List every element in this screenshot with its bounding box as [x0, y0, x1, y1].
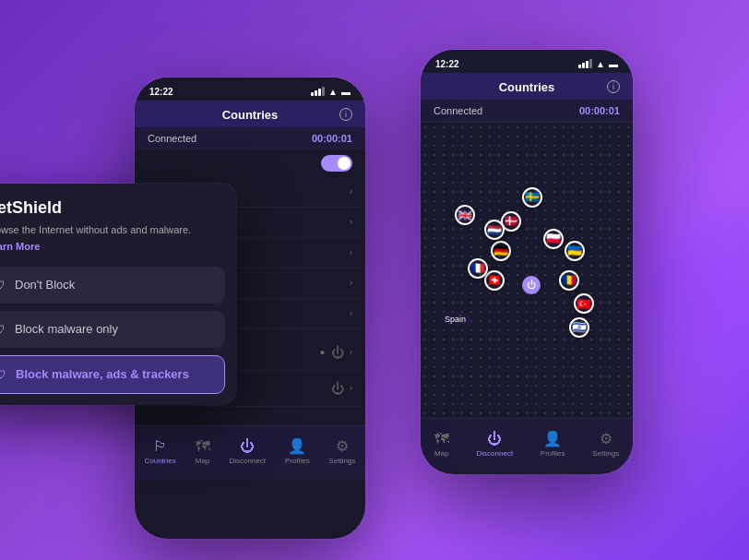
chevron-icon-2: › [350, 217, 352, 227]
shield-icon-dont-block: 🛡 [0, 278, 6, 292]
back-nav-settings[interactable]: ⚙ Settings [592, 430, 619, 458]
flag-pin-ro: 🇷🇴 [559, 270, 579, 291]
map-area: 🇸🇪 🇩🇰 🇩🇪 🇨🇭 🇵🇱 🇺🇦 🇷🇴 🇹🇷 🇮🇱 🇫🇷 🇳🇱 🇬🇧 Spai… [421, 123, 633, 418]
front-phone-nav-title: Countries [222, 108, 279, 122]
netshield-options: 🛡 Don't Block 🛡 Block malware only 🛡 Blo… [0, 259, 236, 405]
flag-pin-nl: 🇳🇱 [484, 220, 505, 240]
option-block-malware[interactable]: 🛡 Block malware only [0, 311, 225, 348]
front-nav-settings-label: Settings [329, 457, 356, 465]
back-nav-map[interactable]: 🗺 Map [434, 431, 449, 458]
battery-icon: ▬ [609, 59, 618, 69]
back-phone-nav-bar: Countries i [421, 73, 633, 100]
chevron-icon-1: › [350, 186, 352, 197]
front-phone-nav-bar: Countries i [135, 101, 365, 127]
front-connected-label: Connected [148, 133, 196, 144]
netshield-panel: NetShield Browse the Internet without ad… [0, 184, 236, 405]
flag-pin-de: 🇩🇪 [491, 241, 511, 261]
front-signal-icon [311, 87, 325, 96]
netshield-title: NetShield [0, 198, 220, 218]
info-icon[interactable]: i [607, 80, 620, 93]
countries-icon: 🏳 [153, 438, 168, 455]
front-phone-bottom-nav: 🏳 Countries 🗺 Map ⏻ Disconnect 👤 Profile… [135, 425, 365, 479]
learn-more-link[interactable]: Learn More [0, 241, 220, 252]
option-block-all[interactable]: 🛡 Block malware, ads & trackers [0, 355, 225, 394]
toggle-container [135, 149, 365, 177]
shield-icon-malware: 🛡 [0, 322, 6, 337]
chevron-icon-5: › [350, 308, 352, 318]
flag-pin-fr: 🇫🇷 [468, 258, 488, 279]
map-dots [421, 123, 633, 418]
front-nav-disconnect[interactable]: ⏻ Disconnect [230, 438, 267, 465]
option-dont-block-label: Don't Block [15, 278, 75, 292]
back-phone-status-bar: 12:22 ▲ ▬ [421, 50, 633, 73]
front-phone-status-bar: 12:22 ▲ ▬ [135, 77, 365, 101]
option-block-malware-label: Block malware only [15, 322, 118, 336]
front-timer: 00:00:01 [312, 133, 352, 144]
front-info-icon[interactable]: i [339, 108, 352, 121]
front-nav-disconnect-label: Disconnect [230, 457, 267, 465]
shield-icon-all: 🛡 [0, 367, 6, 382]
front-profiles-icon: 👤 [288, 437, 306, 455]
back-connected-label: Connected [434, 105, 482, 116]
front-nav-profiles[interactable]: 👤 Profiles [285, 437, 310, 465]
front-disconnect-icon: ⏻ [240, 438, 255, 455]
back-phone-nav-title: Countries [499, 80, 555, 94]
signal-icon [578, 59, 592, 68]
back-nav-profiles[interactable]: 👤 Profiles [541, 430, 565, 458]
front-phone-connected-bar: Connected 00:00:01 [135, 127, 365, 149]
netshield-header: NetShield Browse the Internet without ad… [0, 184, 236, 259]
back-phone-time: 12:22 [435, 59, 459, 69]
option-block-all-label: Block malware, ads & trackers [16, 367, 189, 381]
netshield-description: Browse the Internet without ads and malw… [0, 223, 220, 237]
option-dont-block[interactable]: 🛡 Don't Block [0, 267, 225, 304]
toggle-switch[interactable] [321, 155, 352, 172]
back-nav-disconnect-label: Disconnect [477, 449, 514, 458]
front-nav-map-label: Map [196, 457, 210, 465]
canada-power: ⏻ [331, 345, 344, 360]
back-phone-bottom-nav: 🗺 Map ⏻ Disconnect 👤 Profiles ⚙ Settings [421, 418, 633, 471]
settings-icon: ⚙ [600, 430, 612, 447]
back-nav-profiles-label: Profiles [541, 449, 565, 458]
chevron-icon-3: › [350, 247, 352, 257]
front-nav-settings[interactable]: ⚙ Settings [329, 437, 356, 465]
front-nav-profiles-label: Profiles [285, 457, 310, 465]
chile-power: ⏻ [331, 381, 344, 396]
flag-pin-il: 🇮🇱 [569, 317, 589, 338]
front-nav-countries-label: Countries [144, 457, 175, 465]
flag-pin-ch: 🇨🇭 [484, 270, 505, 291]
front-nav-map[interactable]: 🗺 Map [196, 438, 210, 465]
phone-back: 12:22 ▲ ▬ Countries i Connected 00:00:01 [421, 50, 633, 474]
canada-chevron: › [350, 347, 352, 357]
front-phone-time: 12:22 [149, 87, 173, 97]
canada-signal: ● [320, 347, 326, 357]
chile-chevron: › [350, 383, 352, 393]
disconnect-icon: ⏻ [487, 431, 502, 447]
chevron-icon-4: › [350, 278, 352, 288]
spain-label: Spain [439, 313, 471, 326]
phones-container: 12:22 ▲ ▬ Countries i Connected 00:00:01 [61, 22, 688, 539]
back-phone-connected-bar: Connected 00:00:01 [421, 100, 633, 123]
front-wifi-icon: ▲ [328, 87, 338, 97]
front-settings-icon: ⚙ [336, 437, 349, 455]
flag-pin-gb: 🇬🇧 [455, 205, 475, 225]
front-battery-icon: ▬ [341, 87, 351, 97]
front-nav-countries[interactable]: 🏳 Countries [144, 438, 175, 465]
map-icon: 🗺 [434, 431, 449, 447]
back-nav-settings-label: Settings [592, 449, 619, 458]
wifi-icon: ▲ [596, 59, 605, 69]
back-nav-disconnect[interactable]: ⏻ Disconnect [477, 431, 514, 458]
profiles-icon: 👤 [543, 430, 562, 447]
back-timer: 00:00:01 [579, 105, 620, 116]
flag-pin-pl: 🇵🇱 [543, 229, 564, 249]
flag-pin-tr: 🇹🇷 [574, 293, 594, 314]
front-map-icon: 🗺 [196, 438, 210, 455]
flag-pin-ua: 🇺🇦 [565, 241, 585, 261]
back-nav-map-label: Map [434, 449, 449, 458]
